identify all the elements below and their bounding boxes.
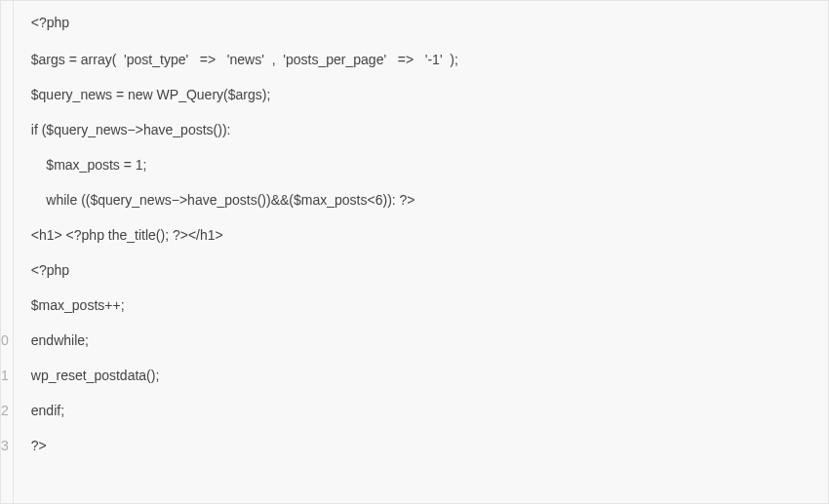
line-number: 0 <box>1 323 13 358</box>
code-line[interactable]: <?php <box>14 252 828 288</box>
code-line[interactable]: wp_reset_postdata(); <box>14 358 828 393</box>
code-line[interactable]: if ($query_news−>have_posts()): <box>14 112 828 147</box>
line-number <box>1 42 13 77</box>
code-line[interactable]: <?php <box>14 9 828 42</box>
line-number <box>1 77 13 112</box>
line-number <box>1 252 13 288</box>
line-number <box>1 288 13 323</box>
code-editor: 0 1 2 3 <?php $args = array( 'post_type'… <box>0 0 829 504</box>
code-line[interactable]: $max_posts = 1; <box>14 147 828 182</box>
line-number-gutter: 0 1 2 3 <box>1 1 14 503</box>
line-number <box>1 9 13 42</box>
code-line[interactable]: $max_posts++; <box>14 288 828 323</box>
line-number: 3 <box>1 428 13 463</box>
code-line[interactable]: <h1> <?php the_title(); ?></h1> <box>14 217 828 252</box>
line-number <box>1 182 13 217</box>
code-line[interactable]: ?> <box>14 428 828 463</box>
code-line[interactable]: while (($query_news−>have_posts())&&($ma… <box>14 182 828 217</box>
line-number: 2 <box>1 393 13 428</box>
line-number <box>1 112 13 147</box>
code-area[interactable]: <?php $args = array( 'post_type' => 'new… <box>14 1 828 503</box>
line-number <box>1 147 13 182</box>
code-line[interactable]: endif; <box>14 393 828 428</box>
code-line[interactable]: endwhile; <box>14 323 828 358</box>
code-line[interactable]: $args = array( 'post_type' => 'news' , '… <box>14 42 828 77</box>
line-number: 1 <box>1 358 13 393</box>
line-number <box>1 217 13 252</box>
code-line[interactable]: $query_news = new WP_Query($args); <box>14 77 828 112</box>
